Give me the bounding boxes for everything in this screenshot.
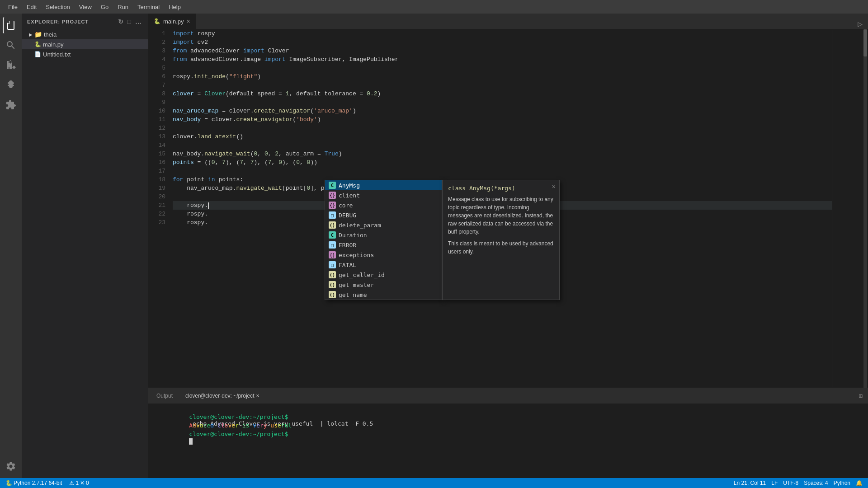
python-icon: 🐍	[5, 480, 12, 486]
autocomplete-item-get_name[interactable]: ()get_name	[325, 290, 442, 300]
minimap-thumb[interactable]	[863, 29, 867, 56]
sidebar-header: EXPLORER: PROJECT ↻ □ …	[22, 14, 148, 29]
terminal-out-y: y	[264, 422, 267, 429]
autocomplete-item-core[interactable]: {}core	[325, 200, 442, 210]
autocomplete-label: FATAL	[339, 262, 356, 268]
refresh-icon[interactable]: ↻	[117, 17, 125, 26]
status-notifications[interactable]: 🔔	[854, 480, 864, 486]
status-python[interactable]: 🐍 Python 2.7.17 64-bit	[4, 478, 64, 488]
autocomplete-item-debug[interactable]: □DEBUG	[325, 210, 442, 220]
code-line-8: clover = Clover(default_speed = 1, defau…	[173, 89, 832, 98]
search-activity-icon[interactable]	[3, 37, 19, 53]
terminal-out-se: s	[274, 422, 278, 429]
status-eol-label: LF	[771, 480, 778, 486]
split-terminal-icon[interactable]: ⊞	[857, 390, 864, 402]
status-python-label: Python 2.7.17 64-bit	[14, 480, 62, 486]
autocomplete-item-error[interactable]: □ERROR	[325, 240, 442, 250]
debug-activity-icon[interactable]	[3, 77, 19, 93]
autocomplete-item-client[interactable]: {}client	[325, 190, 442, 200]
minimap[interactable]	[832, 29, 868, 388]
terminal-out-ve: v	[253, 422, 256, 429]
var-icon: □	[329, 261, 336, 268]
source-control-activity-icon[interactable]	[3, 57, 19, 73]
explorer-activity-icon[interactable]	[3, 17, 19, 33]
terminal-prompt-1: clover@clover-dev:~/project$	[189, 413, 288, 420]
autocomplete-item-get_caller_id[interactable]: ()get_caller_id	[325, 270, 442, 280]
settings-activity-icon[interactable]	[3, 458, 19, 474]
sidebar-item-untitled[interactable]: 📄 Untitled.txt	[22, 49, 148, 59]
run-icon[interactable]: ▷	[858, 19, 863, 29]
status-eol[interactable]: LF	[769, 480, 779, 486]
func-icon: ()	[329, 221, 336, 229]
editor-area: 🐍 main.py × ▷ 12345678910111213141516171…	[148, 14, 868, 478]
func-icon: ()	[329, 271, 336, 278]
new-file-icon[interactable]: □	[127, 17, 132, 26]
tab-mainpy[interactable]: 🐍 main.py ×	[148, 14, 196, 29]
code-line-5	[173, 64, 832, 72]
minimap-scrollbar[interactable]	[863, 29, 867, 388]
autocomplete-item-get_master[interactable]: ()get_master	[325, 280, 442, 290]
sidebar-item-mainpy[interactable]: 🐍 main.py	[22, 39, 148, 49]
activity-bar	[0, 14, 22, 478]
warning-icon: ⚠	[69, 480, 74, 486]
class-icon: C	[329, 182, 336, 189]
func-icon: ()	[329, 281, 336, 288]
titlebar: File Edit Selection View Go Run Terminal…	[0, 0, 868, 14]
menu-go[interactable]: Go	[97, 3, 112, 11]
autocomplete-label: AnyMsg	[339, 182, 360, 189]
status-language[interactable]: Python	[832, 480, 852, 486]
more-options-icon[interactable]: …	[134, 17, 143, 26]
status-indent[interactable]: Spaces: 4	[802, 480, 830, 486]
terminal-out-ef: e	[278, 422, 281, 429]
tab-close-icon[interactable]: ×	[187, 18, 190, 25]
status-error-count: 0	[86, 480, 89, 486]
code-line-16: points = ((0, 7), (7, 7), (7, 0), (0, 0)…	[173, 158, 832, 167]
code-editor[interactable]: 1234567891011121314151617181920212223 im…	[148, 29, 868, 388]
terminal-out-sp2	[239, 422, 242, 429]
autocomplete-item-delete_param[interactable]: ()delete_param	[325, 220, 442, 230]
terminal-out-sp3	[249, 422, 253, 429]
status-right: Ln 21, Col 11 LF UTF-8 Spaces: 4 Python …	[732, 480, 864, 486]
status-warnings[interactable]: ⚠ 1 ✕ 0	[67, 478, 90, 488]
terminal-out-i: i	[242, 422, 246, 429]
terminal-prompt-2: clover@clover-dev:~/project$	[189, 431, 288, 437]
menu-run[interactable]: Run	[114, 3, 132, 11]
autocomplete-list[interactable]: CAnyMsg{}client{}core□DEBUG()delete_para…	[325, 180, 442, 300]
menu-help[interactable]: Help	[165, 3, 184, 11]
sidebar: EXPLORER: PROJECT ↻ □ … ▶ 📁 theia 🐍 main…	[22, 14, 148, 478]
autocomplete-item-duration[interactable]: CDuration	[325, 230, 442, 240]
terminal-cursor	[189, 438, 193, 445]
error-icon: ✕	[80, 480, 85, 486]
terminal-content[interactable]: clover@clover-dev:~/project$ echo Advace…	[148, 404, 868, 478]
terminal-tabs: Output clover@clover-dev: ~/project × ⊞	[148, 388, 868, 404]
code-line-15: nav_body.navigate_wait(0, 0, 2, auto_arm…	[173, 150, 832, 158]
py-file-icon: 🐍	[34, 41, 41, 47]
terminal-tab-close-icon[interactable]: ×	[256, 393, 259, 399]
terminal-tab-output[interactable]: Output	[152, 392, 177, 400]
extensions-activity-icon[interactable]	[3, 97, 19, 113]
doc-popup-spacer	[448, 236, 554, 239]
terminal-area: Output clover@clover-dev: ~/project × ⊞ …	[148, 388, 868, 478]
menu-edit[interactable]: Edit	[23, 3, 40, 11]
menu-terminal[interactable]: Terminal	[134, 3, 163, 11]
autocomplete-label: get_master	[339, 282, 374, 288]
terminal-tab-shell[interactable]: clover@clover-dev: ~/project ×	[181, 392, 264, 400]
terminal-out-sp1	[214, 422, 217, 429]
menu-bar: File Edit Selection View Go Run Terminal…	[5, 3, 184, 11]
terminal-out-r: r	[235, 422, 239, 429]
status-position[interactable]: Ln 21, Col 11	[732, 480, 768, 486]
autocomplete-item-exceptions[interactable]: {}exceptions	[325, 250, 442, 260]
autocomplete-item-anymsg[interactable]: CAnyMsg	[325, 180, 442, 190]
status-encoding[interactable]: UTF-8	[781, 480, 800, 486]
autocomplete-item-fatal[interactable]: □FATAL	[325, 260, 442, 270]
terminal-out-a1: a	[200, 422, 203, 429]
sidebar-item-theia[interactable]: ▶ 📁 theia	[22, 29, 148, 39]
autocomplete-label: get_name	[339, 291, 367, 298]
doc-popup-close-icon[interactable]: ×	[552, 183, 556, 190]
menu-selection[interactable]: Selection	[42, 3, 73, 11]
status-encoding-label: UTF-8	[783, 480, 798, 486]
autocomplete-label: core	[339, 202, 353, 209]
menu-view[interactable]: View	[75, 3, 95, 11]
menu-file[interactable]: File	[5, 3, 21, 11]
code-line-2: import cv2	[173, 38, 832, 47]
